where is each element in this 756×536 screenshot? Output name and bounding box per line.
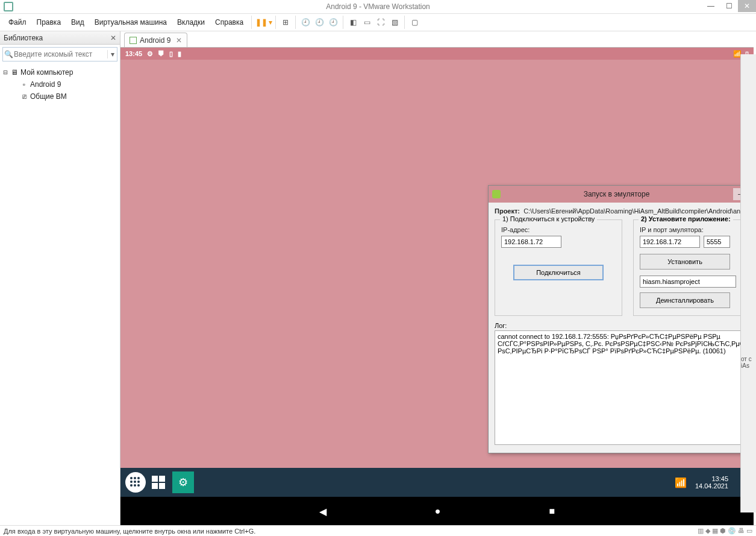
pause-button[interactable]: ❚❚ [255, 16, 268, 29]
tab-close-icon[interactable]: ✕ [176, 36, 182, 45]
library-tree: ⊟ 🖥 Мой компьютер ▫ Android 9 ⎚ Общие ВМ [0, 64, 120, 105]
log-output[interactable]: cannot connect to 192.168.1.72:5555: РџР… [495, 330, 756, 445]
snapshot2-icon[interactable]: 🕘 [313, 16, 326, 29]
window-maximize-button[interactable]: ☐ [720, 0, 738, 12]
tray-icon[interactable]: ▦ [712, 527, 718, 535]
dialog-title: Запуск в эмуляторе [501, 190, 733, 198]
right-strip: от с iAs [740, 54, 756, 512]
status-text: Для входа в эту виртуальную машину, щелк… [4, 528, 255, 535]
tree-item-android9[interactable]: ▫ Android 9 [1, 78, 119, 90]
tray-icon[interactable]: 💿 [728, 527, 736, 535]
ipport-label: IP и порт эмулятора: [640, 226, 756, 233]
connect-button[interactable]: Подключиться [513, 265, 604, 280]
install-button[interactable]: Установить [640, 254, 730, 270]
library-sidebar: Библиотека ✕ 🔍 ▾ ⊟ 🖥 Мой компьютер ▫ And… [0, 31, 120, 526]
ip-label: IP-адрес: [501, 226, 616, 233]
search-icon: 🔍 [3, 50, 14, 58]
search-input[interactable] [14, 50, 107, 58]
android-screen[interactable]: 13:45 ⚙ ⛊ ▯ ▮ 📶 ▯ Запуск в эмуляторе — ☐ [120, 47, 754, 526]
toolbar-icon[interactable]: ⊞ [279, 16, 292, 29]
tab-label: Android 9 [140, 36, 170, 45]
wifi-nav-icon: 📶 [675, 477, 687, 488]
view3-icon[interactable]: ⛶ [374, 16, 387, 29]
tray-icon[interactable]: ◆ [705, 527, 710, 535]
menu-edit[interactable]: Правка [32, 16, 66, 29]
nav-date: 14.04.2021 [695, 482, 728, 490]
group-connect: 1) Подключиться к устройству IP-адрес: П… [495, 219, 622, 316]
grid-icon[interactable] [152, 476, 165, 489]
snapshot-icon[interactable]: 🕘 [299, 16, 312, 29]
gear-icon: ⚙ [147, 50, 153, 58]
tab-vm-icon [130, 37, 137, 44]
group-connect-legend: 1) Подключиться к устройству [500, 215, 597, 222]
tree-item-label: Общие ВМ [30, 92, 67, 101]
project-path: C:\Users\Евгений\AppData\Roaming\HiAsm_A… [523, 207, 756, 215]
view4-icon[interactable]: ▧ [388, 16, 401, 29]
computer-icon: 🖥 [10, 68, 19, 77]
emulator-ip-input[interactable] [640, 236, 700, 248]
vm-area: Android 9 ✕ 13:45 ⚙ ⛊ ▯ ▮ 📶 ▯ Запуск [120, 31, 756, 526]
emulator-port-input[interactable] [704, 236, 730, 248]
window-close-button[interactable]: ✕ [738, 0, 756, 12]
menu-help[interactable]: Справка [210, 16, 248, 29]
nav-recent-button[interactable]: ■ [549, 506, 555, 517]
tray-icon[interactable]: 🖶 [738, 527, 745, 535]
sidebar-close-button[interactable]: ✕ [110, 34, 116, 42]
status-bar: Для входа в эту виртуальную машину, щелк… [0, 525, 756, 536]
nav-back-button[interactable]: ◀ [319, 506, 326, 517]
tree-item-label: Android 9 [30, 80, 61, 89]
expand-icon[interactable]: ⊟ [1, 68, 10, 77]
menu-bar: Файл Правка Вид Виртуальная машина Вклад… [0, 13, 756, 31]
nav-home-button[interactable]: ● [435, 506, 441, 517]
snapshot3-icon[interactable]: 🕘 [326, 16, 340, 29]
status-time: 13:45 [125, 50, 142, 57]
tray-icon[interactable]: ▥ [698, 527, 704, 535]
tree-root-label: Мой компьютер [20, 68, 73, 77]
apps-button[interactable] [125, 472, 146, 493]
tray-icon[interactable]: ▭ [746, 527, 752, 535]
clock-widget: 13:45 14.04.2021 [695, 475, 728, 490]
group-install-legend: 2) Установите приложение: [639, 215, 733, 222]
app-logo-icon [4, 2, 13, 11]
ip-input[interactable] [501, 236, 561, 248]
menu-view[interactable]: Вид [66, 16, 89, 29]
vm-tab-android9[interactable]: Android 9 ✕ [124, 33, 187, 47]
group-install: 2) Установите приложение: IP и порт эмул… [633, 219, 756, 316]
settings-app-icon[interactable]: ⚙ [172, 471, 194, 493]
view1-icon[interactable]: ◧ [346, 16, 360, 29]
shared-icon: ⎚ [19, 92, 29, 101]
vm-icon: ▫ [19, 80, 29, 89]
android-dock: ⚙ 📶 13:45 14.04.2021 〈 [120, 468, 754, 497]
emulator-dialog: Запуск в эмуляторе — ☐ ✕ Проект: C:\User… [488, 185, 756, 453]
package-input[interactable] [640, 276, 736, 288]
sidebar-title: Библиотека [4, 34, 43, 42]
dialog-titlebar[interactable]: Запуск в эмуляторе — ☐ ✕ [489, 186, 756, 203]
nav-time: 13:45 [695, 475, 728, 482]
view5-icon[interactable]: ▢ [408, 16, 421, 29]
tray-icons: ▥ ◆ ▦ ⬢ 💿 🖶 ▭ [698, 527, 752, 535]
log-label: Лог: [495, 322, 756, 329]
window-title: Android 9 - VMware Workstation [326, 2, 430, 11]
window-titlebar: Android 9 - VMware Workstation — ☐ ✕ [0, 0, 756, 13]
view2-icon[interactable]: ▭ [360, 16, 373, 29]
tree-item-shared[interactable]: ⎚ Общие ВМ [1, 90, 119, 102]
menu-tabs[interactable]: Вкладки [172, 16, 210, 29]
tree-root[interactable]: ⊟ 🖥 Мой компьютер [1, 66, 119, 78]
android-nav-bar: ◀ ● ■ [120, 497, 754, 526]
tray-icon[interactable]: ⬢ [720, 527, 726, 535]
doc-icon: ▯ [169, 50, 173, 58]
uninstall-button[interactable]: Деинсталлировать [640, 292, 730, 308]
menu-file[interactable]: Файл [4, 16, 31, 29]
window-minimize-button[interactable]: — [702, 0, 720, 12]
android-icon [492, 190, 501, 198]
shield-icon: ⛊ [158, 50, 164, 57]
project-label: Проект: [495, 207, 520, 215]
battery-icon: ▮ [178, 50, 181, 58]
sidebar-search: 🔍 ▾ [2, 47, 117, 61]
menu-vm[interactable]: Виртуальная машина [90, 16, 172, 29]
android-status-bar: 13:45 ⚙ ⛊ ▯ ▮ 📶 ▯ [120, 48, 754, 60]
search-dropdown-icon[interactable]: ▾ [107, 50, 117, 58]
